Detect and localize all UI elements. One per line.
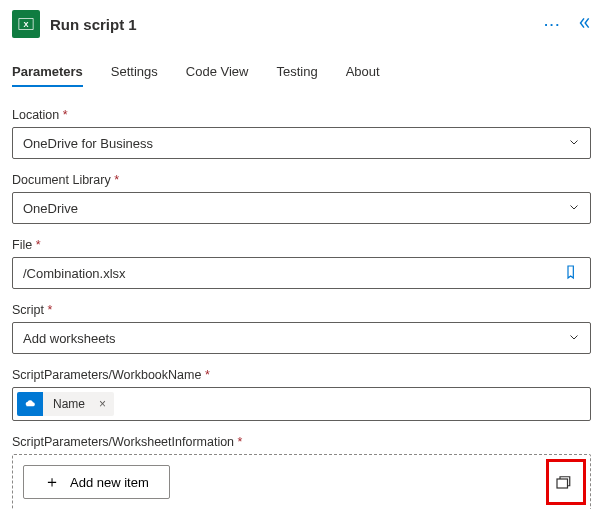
worksheet-array: ＋ Add new item — [12, 454, 591, 509]
script-label: Script * — [12, 303, 591, 317]
file-input[interactable]: /Combination.xlsx — [12, 257, 591, 289]
workbook-input[interactable]: Name × — [12, 387, 591, 421]
tab-testing[interactable]: Testing — [276, 60, 317, 87]
library-label: Document Library * — [12, 173, 591, 187]
file-label: File * — [12, 238, 591, 252]
token-remove-icon[interactable]: × — [91, 392, 114, 416]
chevron-down-icon — [568, 201, 580, 216]
switch-to-array-icon[interactable] — [546, 465, 580, 499]
plus-icon: ＋ — [44, 474, 60, 490]
token-label: Name — [43, 392, 91, 416]
tab-parameters[interactable]: Parameters — [12, 60, 83, 87]
excel-icon: X — [12, 10, 40, 38]
library-value: OneDrive — [23, 201, 78, 216]
location-select[interactable]: OneDrive for Business — [12, 127, 591, 159]
collapse-icon[interactable] — [577, 16, 591, 33]
svg-text:X: X — [23, 20, 28, 29]
workbook-label: ScriptParameters/WorkbookName * — [12, 368, 591, 382]
more-menu-icon[interactable]: ··· — [544, 17, 561, 32]
chevron-down-icon — [568, 331, 580, 346]
library-select[interactable]: OneDrive — [12, 192, 591, 224]
script-value: Add worksheets — [23, 331, 116, 346]
file-picker-icon[interactable] — [564, 264, 580, 283]
dynamic-token: Name × — [17, 392, 114, 416]
add-button-label: Add new item — [70, 475, 149, 490]
chevron-down-icon — [568, 136, 580, 151]
onedrive-icon — [17, 392, 43, 416]
tab-about[interactable]: About — [346, 60, 380, 87]
action-title: Run script 1 — [50, 16, 534, 33]
file-value: /Combination.xlsx — [23, 266, 126, 281]
tab-bar: Parameters Settings Code View Testing Ab… — [12, 60, 591, 88]
worksheet-label: ScriptParameters/WorksheetInformation * — [12, 435, 591, 449]
add-new-item-button[interactable]: ＋ Add new item — [23, 465, 170, 499]
tab-code-view[interactable]: Code View — [186, 60, 249, 87]
svg-rect-3 — [557, 479, 568, 488]
tab-settings[interactable]: Settings — [111, 60, 158, 87]
location-value: OneDrive for Business — [23, 136, 153, 151]
location-label: Location * — [12, 108, 591, 122]
script-select[interactable]: Add worksheets — [12, 322, 591, 354]
